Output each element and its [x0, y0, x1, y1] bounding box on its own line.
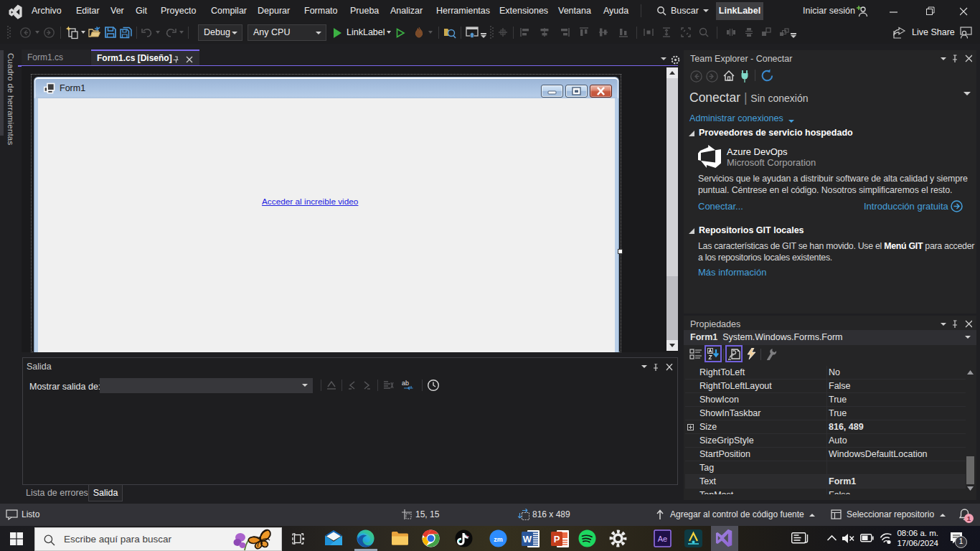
svg-text:ab: ab [402, 380, 409, 387]
svg-text:W: W [523, 534, 532, 545]
svg-text:Ae: Ae [658, 534, 667, 543]
svg-text:zm: zm [494, 536, 503, 543]
svg-text:P: P [554, 534, 560, 545]
